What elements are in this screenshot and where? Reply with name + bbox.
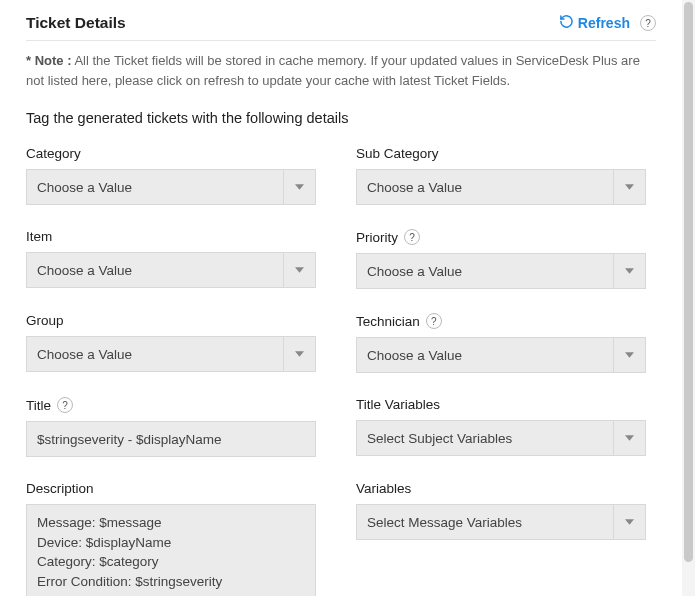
field-sub-category: Sub Category Choose a Value — [356, 146, 646, 205]
select-sub-category[interactable]: Choose a Value — [356, 169, 646, 205]
label-title-variables: Title Variables — [356, 397, 646, 412]
label-title: Title — [26, 398, 51, 413]
select-value: Choose a Value — [357, 264, 613, 279]
field-category: Category Choose a Value — [26, 146, 316, 205]
page-title: Ticket Details — [26, 14, 126, 32]
label-priority: Priority — [356, 230, 398, 245]
select-value: Choose a Value — [357, 180, 613, 195]
select-priority[interactable]: Choose a Value — [356, 253, 646, 289]
help-icon[interactable]: ? — [426, 313, 442, 329]
help-icon[interactable]: ? — [57, 397, 73, 413]
field-priority: Priority ? Choose a Value — [356, 229, 646, 289]
chevron-down-icon — [283, 253, 315, 287]
note-text: * Note : All the Ticket fields will be s… — [26, 51, 656, 90]
field-title: Title ? — [26, 397, 316, 457]
help-icon[interactable]: ? — [640, 15, 656, 31]
label-description: Description — [26, 481, 316, 496]
field-item: Item Choose a Value — [26, 229, 316, 289]
select-technician[interactable]: Choose a Value — [356, 337, 646, 373]
label-variables: Variables — [356, 481, 646, 496]
refresh-label: Refresh — [578, 15, 630, 31]
refresh-button[interactable]: Refresh — [559, 14, 630, 32]
chevron-down-icon — [613, 254, 645, 288]
chevron-down-icon — [613, 338, 645, 372]
scrollbar-track[interactable] — [682, 0, 695, 596]
section-title: Tag the generated tickets with the follo… — [26, 110, 656, 126]
label-item: Item — [26, 229, 316, 244]
select-value: Choose a Value — [27, 180, 283, 195]
label-technician: Technician — [356, 314, 420, 329]
select-category[interactable]: Choose a Value — [26, 169, 316, 205]
field-description: Description Message: $message Device: $d… — [26, 481, 316, 596]
chevron-down-icon — [283, 337, 315, 371]
chevron-down-icon — [613, 505, 645, 539]
select-value: Choose a Value — [27, 263, 283, 278]
textarea-description[interactable]: Message: $message Device: $displayName C… — [26, 504, 316, 596]
select-group[interactable]: Choose a Value — [26, 336, 316, 372]
input-title[interactable] — [26, 421, 316, 457]
note-body: All the Ticket fields will be stored in … — [26, 53, 640, 88]
select-value: Select Message Variables — [357, 515, 613, 530]
scrollbar-thumb[interactable] — [684, 2, 693, 562]
label-group: Group — [26, 313, 316, 328]
field-title-variables: Title Variables Select Subject Variables — [356, 397, 646, 457]
chevron-down-icon — [613, 421, 645, 455]
refresh-icon — [559, 14, 574, 32]
select-item[interactable]: Choose a Value — [26, 252, 316, 288]
note-label: * Note : — [26, 53, 72, 68]
field-group: Group Choose a Value — [26, 313, 316, 373]
field-technician: Technician ? Choose a Value — [356, 313, 646, 373]
chevron-down-icon — [283, 170, 315, 204]
chevron-down-icon — [613, 170, 645, 204]
select-variables[interactable]: Select Message Variables — [356, 504, 646, 540]
select-value: Choose a Value — [27, 347, 283, 362]
select-title-variables[interactable]: Select Subject Variables — [356, 420, 646, 456]
label-sub-category: Sub Category — [356, 146, 646, 161]
field-variables: Variables Select Message Variables — [356, 481, 646, 596]
section-header: Ticket Details Refresh ? — [26, 14, 656, 41]
select-value: Choose a Value — [357, 348, 613, 363]
label-category: Category — [26, 146, 316, 161]
help-icon[interactable]: ? — [404, 229, 420, 245]
select-value: Select Subject Variables — [357, 431, 613, 446]
